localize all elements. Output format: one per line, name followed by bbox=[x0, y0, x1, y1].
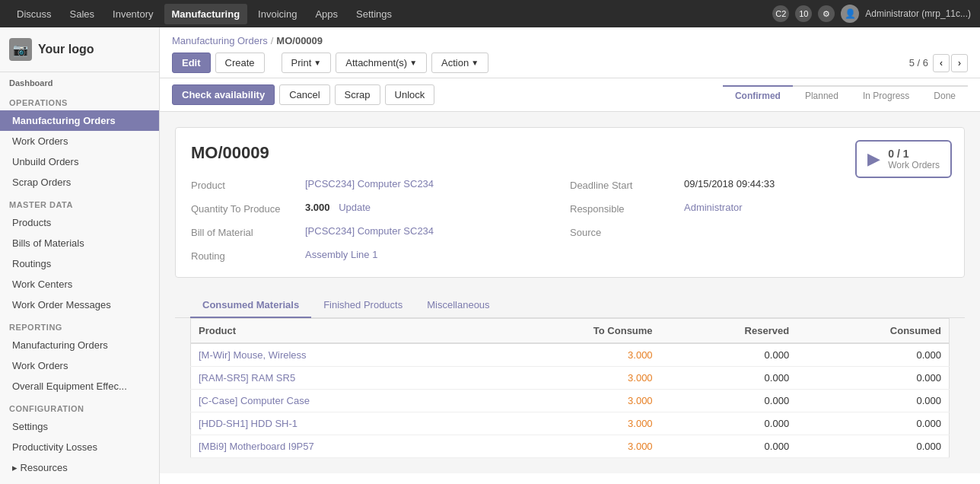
tab-consumed-materials[interactable]: Consumed Materials bbox=[190, 293, 311, 318]
nav-arrows: ‹ › bbox=[933, 54, 968, 72]
nav-apps[interactable]: Apps bbox=[307, 4, 345, 24]
notification-icon[interactable]: 10 bbox=[795, 5, 812, 22]
product-value: [PCSC234] Computer SC234 bbox=[305, 178, 434, 189]
breadcrumb-sep: / bbox=[271, 35, 274, 46]
breadcrumb: Manufacturing Orders / MO/00009 bbox=[172, 35, 968, 46]
product-link[interactable]: [PCSC234] Computer SC234 bbox=[305, 178, 434, 189]
form-card: MO/00009 ▶ 0 / 1 Work Orders Product [PC… bbox=[175, 127, 965, 278]
row5-product-link[interactable]: [MBi9] Motherboard I9P57 bbox=[199, 441, 314, 452]
sidebar-item-reporting-wo[interactable]: Work Orders bbox=[0, 355, 159, 376]
product-label: Product bbox=[191, 178, 298, 191]
print-button[interactable]: Print ▼ bbox=[282, 53, 332, 73]
status-planned[interactable]: Planned bbox=[793, 85, 851, 105]
row2-to-consume: 3.000 bbox=[490, 367, 660, 390]
sidebar-logo: 📷 Your logo bbox=[0, 27, 159, 72]
row3-product-link[interactable]: [C-Case] Computer Case bbox=[199, 395, 310, 406]
avatar[interactable]: 👤 bbox=[841, 5, 859, 23]
sidebar-item-scrap-orders[interactable]: Scrap Orders bbox=[0, 172, 159, 193]
print-arrow-icon: ▼ bbox=[313, 59, 321, 67]
row5-product: [MBi9] Motherboard I9P57 bbox=[191, 435, 491, 458]
nav-inventory[interactable]: Inventory bbox=[105, 4, 161, 24]
attachments-arrow-icon: ▼ bbox=[409, 59, 417, 67]
nav-settings[interactable]: Settings bbox=[348, 4, 399, 24]
status-confirmed[interactable]: Confirmed bbox=[723, 85, 793, 105]
row1-reserved: 0.000 bbox=[660, 343, 797, 367]
scrap-button[interactable]: Scrap bbox=[335, 84, 380, 105]
row1-product: [M-Wir] Mouse, Wireless bbox=[191, 343, 491, 367]
sidebar-section-operations: Operations bbox=[0, 91, 159, 110]
work-orders-badge[interactable]: ▶ 0 / 1 Work Orders bbox=[855, 140, 952, 178]
sidebar-item-unbuild-orders[interactable]: Unbuild Orders bbox=[0, 151, 159, 172]
cancel-button[interactable]: Cancel bbox=[279, 84, 329, 105]
nav-discuss[interactable]: Discuss bbox=[9, 4, 59, 24]
col-reserved: Reserved bbox=[660, 319, 797, 344]
sidebar-item-routings[interactable]: Routings bbox=[0, 253, 159, 274]
row3-product: [C-Case] Computer Case bbox=[191, 390, 491, 412]
sidebar-section-reporting: Reporting bbox=[0, 315, 159, 335]
wo-info: 0 / 1 Work Orders bbox=[888, 148, 940, 170]
row3-to-consume: 3.000 bbox=[490, 390, 660, 412]
create-button[interactable]: Create bbox=[215, 53, 265, 73]
breadcrumb-parent[interactable]: Manufacturing Orders bbox=[172, 35, 268, 46]
status-in-progress[interactable]: In Progress bbox=[851, 85, 921, 105]
row4-product-link[interactable]: [HDD-SH1] HDD SH-1 bbox=[199, 418, 298, 429]
nav-sales[interactable]: Sales bbox=[62, 4, 103, 24]
routing-value: Assembly Line 1 bbox=[305, 249, 377, 260]
row5-reserved: 0.000 bbox=[660, 435, 797, 458]
sidebar-item-work-centers[interactable]: Work Centers bbox=[0, 274, 159, 295]
next-button[interactable]: › bbox=[951, 54, 968, 72]
sidebar-item-bom[interactable]: Bills of Materials bbox=[0, 233, 159, 253]
bom-link[interactable]: [PCSC234] Computer SC234 bbox=[305, 225, 434, 237]
status-done[interactable]: Done bbox=[921, 85, 968, 105]
sidebar-item-oee[interactable]: Overall Equipment Effec... bbox=[0, 376, 159, 396]
row1-product-link[interactable]: [M-Wir] Mouse, Wireless bbox=[199, 349, 307, 361]
attachments-label: Attachment(s) bbox=[345, 57, 407, 68]
action-arrow-icon: ▼ bbox=[471, 59, 479, 67]
routing-field-row: Routing Assembly Line 1 bbox=[191, 249, 570, 262]
unlock-button[interactable]: Unlock bbox=[385, 84, 435, 105]
action-label: Action bbox=[441, 57, 469, 68]
tab-miscellaneous[interactable]: Miscellaneous bbox=[415, 293, 501, 318]
row2-product-link[interactable]: [RAM-SR5] RAM SR5 bbox=[199, 372, 295, 384]
status-bar: Confirmed Planned In Progress Done bbox=[723, 85, 968, 105]
check-availability-button[interactable]: Check availability bbox=[172, 84, 275, 105]
sidebar-item-resources[interactable]: ▸ Resources bbox=[0, 457, 159, 478]
sidebar-item-products[interactable]: Products bbox=[0, 212, 159, 233]
nav-invoicing[interactable]: Invoicing bbox=[250, 4, 304, 24]
settings-icon[interactable]: ⚙ bbox=[818, 5, 835, 22]
quantity-value: 3.000 Update bbox=[305, 202, 371, 213]
bom-field-row: Bill of Material [PCSC234] Computer SC23… bbox=[191, 225, 570, 238]
sidebar-item-work-orders[interactable]: Work Orders bbox=[0, 131, 159, 151]
row4-product: [HDD-SH1] HDD SH-1 bbox=[191, 412, 491, 435]
col-to-consume: To Consume bbox=[490, 319, 660, 344]
discuss-icon[interactable]: C2 bbox=[772, 5, 789, 22]
sidebar-section-dashboard: Dashboard bbox=[0, 72, 159, 91]
update-link[interactable]: Update bbox=[339, 202, 371, 213]
product-field-row: Product [PCSC234] Computer SC234 bbox=[191, 178, 570, 191]
tab-finished-products[interactable]: Finished Products bbox=[311, 293, 415, 318]
logo-text: Your logo bbox=[38, 43, 94, 56]
sidebar-item-reporting-mfg[interactable]: Manufacturing Orders bbox=[0, 335, 159, 355]
sidebar-item-work-order-messages[interactable]: Work Order Messages bbox=[0, 295, 159, 315]
play-icon: ▶ bbox=[867, 149, 880, 169]
tabs: Consumed Materials Finished Products Mis… bbox=[175, 293, 965, 318]
row5-to-consume: 3.000 bbox=[490, 435, 660, 458]
prev-button[interactable]: ‹ bbox=[933, 54, 950, 72]
quantity-field-row: Quantity To Produce 3.000 Update bbox=[191, 202, 570, 215]
deadline-field-row: Deadline Start 09/15/2018 09:44:33 bbox=[570, 178, 949, 191]
edit-button[interactable]: Edit bbox=[172, 53, 211, 73]
sidebar-item-productivity-losses[interactable]: Productivity Losses bbox=[0, 437, 159, 457]
sidebar-item-manufacturing-orders[interactable]: Manufacturing Orders bbox=[0, 110, 159, 131]
responsible-value: Administrator bbox=[684, 202, 743, 213]
nav-manufacturing[interactable]: Manufacturing bbox=[164, 4, 248, 24]
table-row: [HDD-SH1] HDD SH-1 3.000 0.000 0.000 bbox=[191, 412, 950, 435]
responsible-link[interactable]: Administrator bbox=[684, 202, 743, 213]
toolbar: Edit Create Print ▼ Attachment(s) ▼ Acti… bbox=[172, 53, 968, 73]
logo-icon: 📷 bbox=[9, 38, 32, 61]
main-header: Manufacturing Orders / MO/00009 Edit Cre… bbox=[160, 27, 980, 78]
routing-link[interactable]: Assembly Line 1 bbox=[305, 249, 377, 260]
attachments-button[interactable]: Attachment(s) ▼ bbox=[336, 53, 427, 73]
action-button[interactable]: Action ▼ bbox=[431, 53, 488, 73]
row3-consumed: 0.000 bbox=[797, 390, 949, 412]
sidebar-item-settings[interactable]: Settings bbox=[0, 416, 159, 437]
